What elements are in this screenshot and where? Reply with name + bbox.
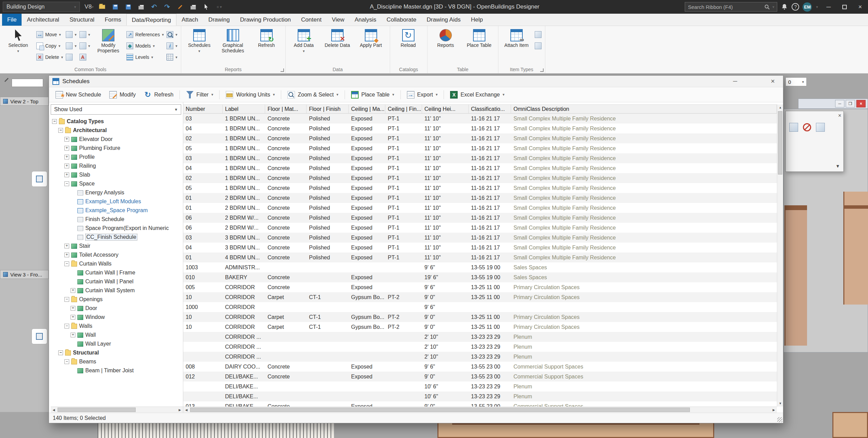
- tab-forms[interactable]: Forms: [100, 14, 126, 26]
- fence-tools-button[interactable]: ▾: [66, 30, 77, 39]
- minimize-button[interactable]: ─: [821, 0, 836, 14]
- ribbon-search[interactable]: Search Ribbon (F4) ▾: [685, 2, 777, 12]
- tab-drawing-production[interactable]: Drawing Production: [235, 14, 296, 26]
- ribbon-button-references[interactable]: References▾: [126, 30, 164, 39]
- view-3-canvas[interactable]: [0, 279, 49, 412]
- save-settings-icon[interactable]: [123, 2, 133, 12]
- table-row[interactable]: DELI/BAKE...10' 6"13-23 23 29Plenum: [183, 382, 777, 391]
- workflow-selector[interactable]: Building Design ▾: [3, 2, 80, 12]
- ribbon-button-modify-properties[interactable]: Modify Properties: [93, 28, 124, 53]
- expand-icon[interactable]: +: [71, 288, 75, 293]
- resize-grip[interactable]: [777, 417, 782, 422]
- ribbon-button-models[interactable]: Models▾: [126, 41, 164, 51]
- ribbon-button-schedules[interactable]: Schedules▾: [184, 28, 215, 53]
- drop-element-button[interactable]: [66, 52, 77, 62]
- item-types-tool-button[interactable]: [535, 30, 542, 39]
- table-row[interactable]: 008DAIRY COO...ConcreteExposed9' 6"13-55…: [183, 362, 777, 372]
- column-header-label[interactable]: Label: [223, 105, 265, 113]
- toolbar-button-modify[interactable]: Modify: [106, 89, 139, 101]
- open-file-icon[interactable]: [97, 2, 107, 12]
- view-2-canvas[interactable]: [0, 106, 49, 270]
- chevron-down-icon[interactable]: ▾: [772, 5, 774, 9]
- ribbon-button-reports[interactable]: Reports: [430, 28, 461, 48]
- ribbon-button-reload[interactable]: Reload: [393, 28, 424, 48]
- tab-structural[interactable]: Structural: [64, 14, 100, 26]
- tree-filter-dropdown[interactable]: Show Used ▼: [51, 104, 181, 115]
- table-row[interactable]: CORRIDOR ...2' 10"13-23 23 29Plenum: [183, 352, 777, 362]
- table-row[interactable]: 012DELI/BAKE...ConcreteExposed9' 0"13-55…: [183, 372, 777, 382]
- tab-view[interactable]: View: [327, 14, 350, 26]
- maximize-button[interactable]: ❒: [846, 100, 855, 107]
- accudraw-input[interactable]: [12, 79, 43, 87]
- collapse-icon[interactable]: −: [64, 181, 69, 186]
- ribbon-button-add-data[interactable]: Add Data▾: [288, 28, 319, 53]
- scrollbar-track[interactable]: [777, 111, 783, 400]
- pin-icon[interactable]: [4, 78, 9, 82]
- table-row[interactable]: 014 BDRM UN...ConcretePolishedExposedPT-…: [183, 253, 777, 262]
- close-button[interactable]: ×: [852, 0, 868, 14]
- tree-item-energy-analysis[interactable]: Energy Analysis: [51, 188, 183, 197]
- ribbon-button-levels[interactable]: Levels▾: [126, 52, 164, 62]
- table-row[interactable]: 10CORRIDORCarpetCT-1Gypsum Bo...PT-29' 0…: [183, 292, 777, 302]
- ribbon-button-selection[interactable]: Selection▾: [3, 28, 34, 53]
- scrollbar-track[interactable]: [189, 407, 771, 413]
- help-icon[interactable]: ?: [792, 3, 799, 11]
- match-tools-button[interactable]: ▾: [79, 30, 90, 39]
- tab-help[interactable]: Help: [466, 14, 488, 26]
- tool-icon[interactable]: [816, 123, 825, 132]
- collapse-icon[interactable]: −: [64, 359, 69, 364]
- account-chevron-icon[interactable]: ▾: [816, 5, 818, 9]
- table-row[interactable]: 013DELI/BAKE...ConcreteExposed9' 0"13-55…: [183, 401, 777, 407]
- compress-icon[interactable]: [136, 2, 146, 12]
- expand-icon[interactable]: +: [71, 333, 75, 337]
- tab-data-reporting[interactable]: Data/Reporting: [126, 14, 176, 26]
- maximize-button[interactable]: [836, 0, 852, 14]
- tree-item-wall-layer[interactable]: Wall Layer: [51, 339, 183, 348]
- table-row[interactable]: 012 BDRM UN...ConcretePolishedExposedPT-…: [183, 203, 777, 213]
- close-icon[interactable]: ×: [838, 113, 841, 119]
- toolbar-button-new-schedule[interactable]: New Schedule: [52, 89, 105, 101]
- tree-item-railing[interactable]: +Railing: [51, 162, 183, 170]
- expand-icon[interactable]: +: [64, 172, 69, 177]
- table-row[interactable]: CORRIDOR ...2' 10"13-23 23 29Plenum: [183, 342, 777, 352]
- ribbon-button-refresh[interactable]: Refresh: [251, 28, 282, 48]
- table-vertical-scrollbar[interactable]: ▲ ▼: [777, 104, 783, 407]
- version-selector[interactable]: V8▾: [84, 2, 94, 12]
- expand-icon[interactable]: +: [64, 146, 69, 151]
- tree-item-walls[interactable]: −Walls: [51, 322, 183, 331]
- collapse-icon[interactable]: −: [58, 128, 63, 133]
- tree-item-curtain-walls[interactable]: −Curtain Walls: [51, 259, 183, 268]
- view-tool-popup[interactable]: [32, 328, 47, 344]
- tree-item-space[interactable]: −Space: [51, 179, 183, 188]
- column-header-floor-mat[interactable]: Floor | Mat...: [265, 105, 307, 113]
- ribbon-button-copy[interactable]: Copy▾: [36, 41, 63, 51]
- view-tool-popup[interactable]: [32, 171, 47, 187]
- column-header-ceiling-fin[interactable]: Ceiling | Fin...: [385, 105, 422, 113]
- column-header-number[interactable]: Number: [183, 105, 223, 113]
- tree-item-architectural[interactable]: −Architectural: [51, 126, 183, 135]
- zoom-tools-button[interactable]: ▾: [166, 30, 177, 39]
- table-row[interactable]: CORRIDOR ...2' 10"13-23 23 29Plenum: [183, 332, 777, 342]
- tree-horizontal-scrollbar[interactable]: ◀ ▶: [51, 407, 183, 413]
- toolbar-button-refresh[interactable]: Refresh: [140, 89, 177, 101]
- tree-item-curtain-wall-frame[interactable]: Curtain Wall | Frame: [51, 268, 183, 277]
- column-header-omniclass-description[interactable]: OmniClass Description: [511, 105, 777, 113]
- tab-architectural[interactable]: Architectural: [22, 14, 64, 26]
- dialog-launcher-icon[interactable]: [281, 68, 284, 72]
- avatar[interactable]: EM: [803, 2, 812, 12]
- tree-item-toilet-accessory[interactable]: +Toilet Accessory: [51, 250, 183, 259]
- expand-icon[interactable]: +: [71, 315, 75, 320]
- notifications-bell-icon[interactable]: [779, 2, 790, 12]
- column-header-classificatio[interactable]: Classificatio...: [469, 105, 511, 113]
- table-row[interactable]: 041 BDRM UN...ConcretePolishedExposedPT-…: [183, 163, 777, 173]
- collapse-icon[interactable]: −: [64, 261, 69, 266]
- tree-item-elevator-door[interactable]: +Elevator Door: [51, 135, 183, 144]
- tree-item-curtain-wall-panel[interactable]: Curtain Wall | Panel: [51, 277, 183, 286]
- ribbon-button-move[interactable]: Move▾: [36, 30, 63, 39]
- tree-item-space-program-export-in-numeric[interactable]: Space Program(Export in Numeric: [51, 224, 183, 233]
- table-horizontal-scrollbar[interactable]: ◀ ▶: [183, 407, 777, 413]
- tab-drawing-aids[interactable]: Drawing Aids: [421, 14, 466, 26]
- markup-pen-icon[interactable]: [175, 2, 185, 12]
- chevron-down-icon[interactable]: ▼: [835, 164, 840, 169]
- close-button[interactable]: ×: [766, 77, 780, 85]
